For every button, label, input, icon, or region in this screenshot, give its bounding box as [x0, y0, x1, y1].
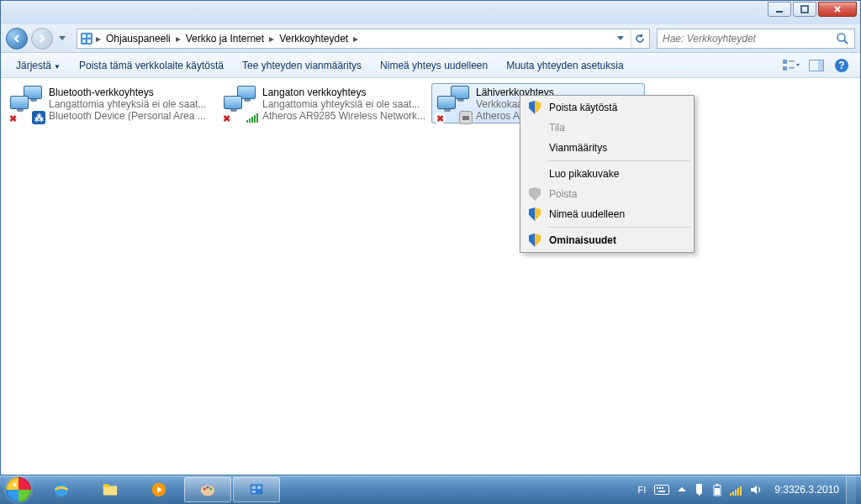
ctx-disable[interactable]: Poista käytöstä [522, 97, 692, 118]
titlebar [1, 1, 860, 24]
taskbar-app-explorer[interactable] [87, 477, 134, 502]
svg-rect-10 [783, 66, 787, 71]
connection-device: Atheros AR9285 Wireless Network... [262, 110, 427, 121]
forward-button[interactable] [31, 28, 53, 50]
chevron-right-icon[interactable]: ▸ [267, 33, 276, 45]
disconnected-x-icon [7, 113, 18, 124]
content-area: ⁂ Bluetooth-verkkoyhteys Langattomia yht… [1, 78, 860, 475]
svg-rect-32 [662, 487, 663, 489]
search-input[interactable] [663, 33, 836, 45]
shield-icon [529, 207, 541, 221]
minimize-button[interactable] [768, 2, 791, 17]
organize-button[interactable]: Järjestä▼ [8, 56, 69, 75]
svg-rect-29 [655, 486, 669, 495]
context-menu: Poista käytöstä Tila Vianmääritys Luo pi… [520, 95, 695, 253]
action-center-icon[interactable] [690, 475, 709, 504]
svg-rect-36 [715, 488, 720, 495]
breadcrumb-control-panel[interactable]: Ohjauspaneeli [103, 33, 174, 45]
chevron-right-icon[interactable]: ▸ [94, 33, 103, 45]
windows-orb-icon [6, 477, 31, 502]
taskbar: FI 9:33 26.3.2010 [0, 475, 861, 504]
svg-rect-28 [252, 491, 256, 493]
svg-rect-31 [659, 487, 661, 489]
clock[interactable]: 9:33 26.3.2010 [768, 475, 846, 504]
view-options-button[interactable] [781, 55, 801, 76]
language-indicator[interactable]: FI [633, 475, 650, 504]
preview-pane-button[interactable] [806, 55, 827, 76]
tray-overflow-button[interactable] [673, 475, 690, 504]
svg-rect-26 [252, 486, 256, 489]
shield-icon [529, 234, 541, 247]
refresh-button[interactable] [631, 30, 647, 47]
separator [547, 227, 690, 228]
network-adapter-icon [436, 86, 476, 123]
bluetooth-icon: ⁂ [32, 111, 45, 124]
svg-line-8 [844, 40, 848, 44]
connection-item-bluetooth[interactable]: ⁂ Bluetooth-verkkoyhteys Langattomia yht… [4, 83, 218, 123]
svg-rect-25 [251, 485, 263, 495]
taskbar-app-ie[interactable] [38, 477, 85, 502]
svg-rect-4 [87, 34, 91, 38]
disconnected-x-icon [220, 113, 232, 124]
svg-rect-35 [716, 484, 719, 486]
search-icon[interactable] [836, 32, 849, 45]
address-bar[interactable]: ▸ Ohjauspaneeli ▸ Verkko ja Internet ▸ V… [77, 29, 650, 49]
svg-rect-11 [789, 60, 795, 62]
connection-device: Bluetooth Device (Personal Area ... [49, 110, 214, 121]
svg-rect-12 [789, 67, 795, 69]
taskbar-app-media-player[interactable] [135, 477, 182, 502]
breadcrumb: ▸ Ohjauspaneeli ▸ Verkko ja Internet ▸ V… [94, 29, 360, 48]
explorer-window: ▸ Ohjauspaneeli ▸ Verkko ja Internet ▸ V… [0, 0, 861, 475]
svg-rect-19 [103, 485, 109, 488]
ctx-rename[interactable]: Nimeä uudelleen [522, 204, 692, 224]
separator [547, 160, 690, 161]
shield-icon [529, 187, 541, 201]
breadcrumb-network-internet[interactable]: Verkko ja Internet [182, 33, 267, 45]
svg-rect-9 [783, 60, 787, 64]
svg-point-22 [203, 488, 206, 491]
nav-history-dropdown[interactable] [56, 29, 68, 49]
ctx-delete: Poista [522, 184, 692, 204]
diagnose-button[interactable]: Tee yhteyden vianmääritys [234, 56, 370, 75]
network-tray-icon[interactable] [726, 475, 746, 504]
back-button[interactable] [6, 28, 28, 50]
navbar: ▸ Ohjauspaneeli ▸ Verkko ja Internet ▸ V… [1, 24, 860, 53]
svg-rect-3 [82, 34, 86, 38]
disable-device-button[interactable]: Poista tämä verkkolaite käytöstä [71, 56, 232, 75]
help-button[interactable]: ? [832, 55, 852, 76]
svg-rect-6 [87, 39, 91, 43]
connection-name: Langaton verkkoyhteys [262, 87, 427, 98]
control-panel-icon [79, 31, 94, 46]
svg-rect-30 [657, 487, 658, 489]
svg-rect-27 [257, 486, 261, 489]
volume-icon[interactable] [746, 475, 768, 504]
chevron-right-icon[interactable]: ▸ [174, 33, 182, 45]
chevron-right-icon[interactable]: ▸ [351, 33, 360, 45]
close-button[interactable] [818, 2, 857, 17]
command-bar: Järjestä▼ Poista tämä verkkolaite käytös… [1, 53, 860, 78]
ctx-properties[interactable]: Ominaisuudet [522, 230, 692, 250]
battery-icon[interactable] [709, 475, 726, 504]
ctx-create-shortcut[interactable]: Luo pikakuvake [522, 164, 692, 184]
connection-status: Langattomia yhteyksiä ei ole saat... [49, 98, 214, 110]
ctx-diagnose[interactable]: Vianmääritys [522, 138, 692, 158]
start-button[interactable] [0, 475, 37, 504]
change-settings-button[interactable]: Muuta yhteyden asetuksia [498, 56, 631, 75]
maximize-button[interactable] [793, 2, 816, 17]
keyboard-icon[interactable] [650, 475, 673, 504]
connection-item-wireless[interactable]: Langaton verkkoyhteys Langattomia yhteyk… [218, 83, 431, 123]
connection-status: Langattomia yhteyksiä ei ole saat... [262, 98, 427, 110]
show-desktop-button[interactable] [846, 475, 856, 504]
search-box[interactable] [657, 29, 855, 49]
svg-text:?: ? [838, 60, 844, 71]
address-dropdown-button[interactable] [612, 30, 629, 47]
rename-button[interactable]: Nimeä yhteys uudelleen [372, 56, 496, 75]
system-tray: FI 9:33 26.3.2010 [633, 475, 861, 504]
svg-rect-5 [82, 39, 86, 43]
taskbar-app-control-panel[interactable] [233, 477, 280, 502]
svg-rect-33 [658, 491, 665, 492]
breadcrumb-network-connections[interactable]: Verkkoyhteydet [276, 33, 351, 45]
shield-icon [529, 101, 541, 114]
ctx-status: Tila [522, 118, 692, 138]
taskbar-app-paint[interactable] [184, 477, 231, 502]
